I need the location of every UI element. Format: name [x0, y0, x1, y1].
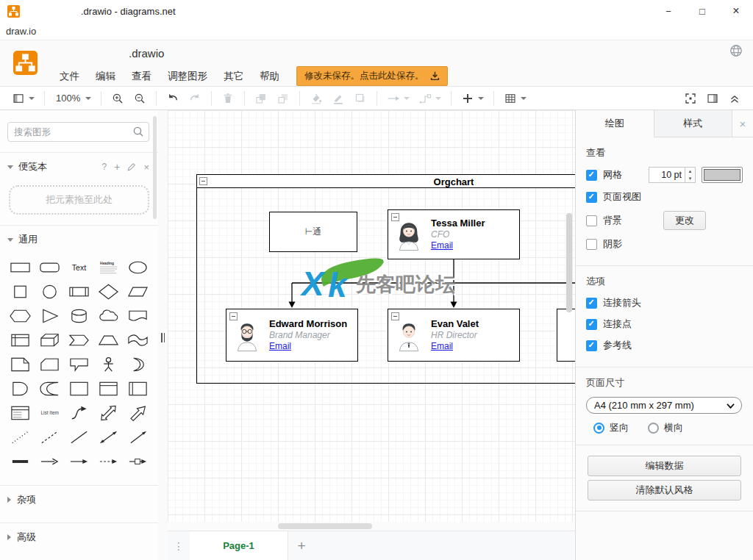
toolbar-pageview-button[interactable] [7, 90, 39, 107]
shape-square[interactable] [6, 279, 35, 304]
shape-dotted-line[interactable] [6, 425, 35, 449]
shape-bidirectional-connector[interactable] [93, 425, 123, 449]
app-menu-drawio[interactable]: draw.io [0, 26, 42, 37]
shape-labeled-arrow[interactable] [123, 449, 152, 473]
shape-hexagon[interactable] [6, 304, 35, 328]
shape-diamond[interactable] [93, 279, 123, 304]
toolbar-to-front-button[interactable] [250, 90, 272, 107]
grid-color-swatch[interactable] [702, 167, 743, 183]
toolbar-zoom-level-dropdown[interactable]: 100% [50, 90, 96, 106]
shape-text[interactable]: Text [65, 255, 94, 279]
toolbar-line-color-button[interactable] [327, 90, 349, 107]
shape-cube[interactable] [35, 328, 65, 352]
shape-circle[interactable] [35, 279, 65, 304]
shape-arrow-shape[interactable] [123, 401, 152, 425]
collapse-node-icon[interactable] [229, 312, 238, 320]
shape-bidirectional-arrow[interactable] [93, 401, 123, 425]
unsaved-changes-banner[interactable]: 修改未保存。点击此处保存。 [296, 66, 448, 86]
shape-triangle[interactable] [35, 304, 65, 328]
toolbar-table-button[interactable] [499, 90, 531, 107]
menu-help[interactable]: 帮助 [251, 67, 288, 86]
edit-data-button[interactable]: 编辑数据 [588, 456, 741, 476]
canvas-vertical-scrollbar[interactable] [566, 213, 572, 312]
shape-dashed-line[interactable] [35, 425, 65, 449]
email-link[interactable]: Email [431, 341, 453, 352]
page-tab-1[interactable]: Page-1 [190, 531, 288, 560]
toolbar-zoom-in-button[interactable] [107, 90, 129, 107]
scratchpad-add-icon[interactable]: + [114, 161, 120, 173]
close-button[interactable]: × [719, 0, 753, 22]
shape-rectangle[interactable] [6, 255, 35, 279]
orgchart-node-evan[interactable]: Evan Valet HR Director Email [388, 309, 520, 362]
shape-step[interactable] [65, 328, 94, 352]
menu-arrange[interactable]: 调整图形 [160, 67, 215, 86]
shape-process[interactable] [65, 279, 94, 304]
section-advanced-header[interactable]: 高级 [0, 523, 158, 550]
toolbar-fill-color-button[interactable] [305, 90, 327, 107]
canvas-horizontal-scrollbar[interactable] [168, 522, 575, 531]
grid-size-stepper[interactable]: ▲▼ [649, 167, 696, 183]
pages-menu-icon[interactable]: ⋮ [168, 531, 190, 560]
toolbar-shadow-button[interactable] [349, 90, 371, 107]
shape-container-title[interactable] [93, 376, 123, 401]
format-panel-close-icon[interactable]: × [732, 110, 753, 137]
orgchart-node-tessa[interactable]: Tessa Miller CFO Email [388, 209, 520, 259]
shape-list[interactable] [6, 401, 35, 425]
add-page-button[interactable]: + [288, 531, 315, 560]
shape-callout[interactable] [65, 352, 94, 376]
toolbar-zoom-out-button[interactable] [129, 90, 151, 107]
grid-size-input[interactable] [649, 167, 685, 183]
shape-ellipse[interactable] [123, 255, 152, 279]
shape-textbox[interactable]: Heading [93, 255, 123, 279]
shape-data-storage[interactable] [35, 376, 65, 401]
scratchpad-edit-icon[interactable] [127, 162, 136, 171]
shape-parallelogram[interactable] [123, 279, 152, 304]
shape-rounded-rectangle[interactable] [35, 255, 65, 279]
menu-extras[interactable]: 其它 [215, 67, 251, 86]
shape-cylinder[interactable] [65, 304, 94, 328]
background-checkbox[interactable] [586, 215, 597, 226]
landscape-radio[interactable]: 横向 [648, 421, 683, 434]
section-misc-header[interactable]: 杂项 [0, 486, 158, 512]
scratchpad-header[interactable]: 便笺本 ? + × [0, 153, 158, 179]
scratchpad-dropzone[interactable]: 把元素拖至此处 [9, 185, 149, 215]
shape-cloud[interactable] [93, 304, 123, 328]
minimize-button[interactable]: − [652, 0, 685, 22]
portrait-radio[interactable]: 竖向 [593, 421, 629, 434]
change-background-button[interactable]: 更改 [663, 211, 706, 230]
shape-card[interactable] [35, 352, 65, 376]
language-globe-icon[interactable] [729, 44, 743, 57]
grid-checkbox[interactable] [586, 170, 597, 181]
shape-line[interactable] [65, 425, 94, 449]
orgchart-node-edward[interactable]: Edward Morrison Brand Manager Email [226, 309, 358, 362]
toolbar-connection-button[interactable] [382, 90, 414, 107]
shape-directional-connector[interactable] [123, 425, 152, 449]
shape-container[interactable] [65, 376, 94, 401]
shape-document[interactable] [123, 304, 152, 328]
shape-and[interactable] [6, 376, 35, 401]
collapse-node-icon[interactable] [391, 312, 399, 320]
toolbar-fullscreen-button[interactable] [679, 90, 702, 107]
shape-actor[interactable] [93, 352, 123, 376]
toolbar-collapse-expand-button[interactable] [724, 90, 746, 107]
email-link[interactable]: Email [269, 341, 291, 352]
shape-note[interactable] [6, 352, 35, 376]
stepper-up-icon[interactable]: ▲ [685, 168, 695, 175]
shape-arrow-thin[interactable] [65, 449, 94, 473]
connection-points-checkbox[interactable] [586, 319, 597, 330]
page-view-checkbox[interactable] [586, 192, 597, 203]
shadow-checkbox[interactable] [586, 239, 597, 250]
shape-or[interactable] [123, 352, 152, 376]
connection-arrows-checkbox[interactable] [586, 298, 597, 309]
shape-internal-storage[interactable] [6, 328, 35, 352]
email-link[interactable]: Email [431, 240, 453, 251]
collapse-node-icon[interactable] [391, 213, 399, 221]
paper-size-select[interactable]: A4 (210 mm x 297 mm) [586, 397, 742, 414]
scratchpad-help-icon[interactable]: ? [102, 162, 107, 172]
shape-tape[interactable] [123, 328, 152, 352]
tab-style[interactable]: 样式 [654, 110, 733, 137]
menu-edit[interactable]: 编辑 [88, 67, 124, 86]
toolbar-undo-button[interactable] [162, 90, 184, 107]
orgchart-node-partial[interactable] [557, 309, 575, 362]
stepper-down-icon[interactable]: ▼ [685, 175, 695, 182]
